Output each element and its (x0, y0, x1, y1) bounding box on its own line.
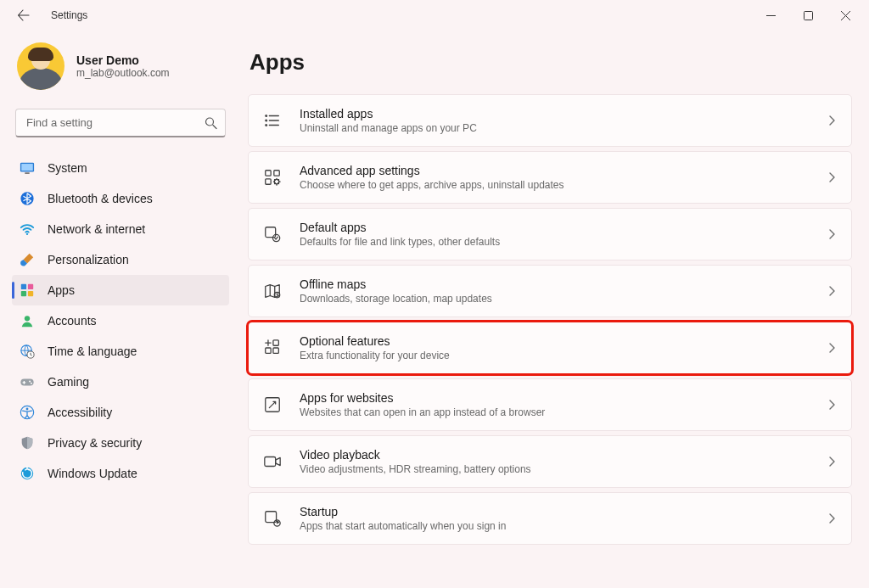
settings-card-list: Installed apps Uninstall and manage apps… (248, 94, 852, 545)
svg-rect-7 (21, 284, 26, 289)
svg-point-15 (29, 381, 31, 383)
settings-card-advanced-app-settings[interactable]: Advanced app settings Choose where to ge… (248, 151, 852, 204)
card-title: Optional features (300, 334, 809, 348)
chevron-right-icon (826, 399, 838, 411)
startup-icon (262, 508, 283, 529)
close-button[interactable] (827, 3, 864, 28)
card-text: Default apps Defaults for file and link … (300, 221, 809, 248)
sidebar-item-label: Accounts (48, 314, 97, 328)
bluetooth-icon (19, 190, 36, 207)
sidebar-item-windows-update[interactable]: Windows Update (12, 458, 229, 489)
sidebar-item-network-internet[interactable]: Network & internet (12, 214, 229, 244)
grid-gear-icon (262, 167, 283, 188)
search-input[interactable] (15, 109, 226, 137)
sidebar-item-label: Bluetooth & devices (48, 192, 153, 205)
card-subtitle: Websites that can open in an app instead… (300, 406, 809, 418)
card-text: Startup Apps that start automatically wh… (300, 505, 809, 532)
sidebar-item-label: Time & language (48, 344, 137, 358)
card-title: Video playback (300, 448, 809, 462)
map-icon (262, 281, 283, 301)
sidebar-item-accessibility[interactable]: Accessibility (12, 397, 229, 428)
card-text: Optional features Extra functionality fo… (300, 334, 809, 361)
chevron-right-icon (826, 171, 838, 183)
svg-point-11 (25, 316, 30, 321)
sidebar-item-gaming[interactable]: Gaming (12, 367, 229, 397)
sidebar-item-apps[interactable]: Apps (12, 275, 229, 305)
video-icon (262, 451, 283, 472)
settings-card-optional-features[interactable]: Optional features Extra functionality fo… (248, 322, 852, 374)
settings-card-offline-maps[interactable]: Offline maps Downloads, storage location… (248, 265, 852, 317)
close-icon (841, 11, 850, 20)
settings-card-apps-for-websites[interactable]: Apps for websites Websites that can open… (248, 378, 852, 431)
list-icon (262, 110, 283, 131)
sidebar-item-accounts[interactable]: Accounts (12, 305, 229, 336)
chevron-right-icon (826, 228, 838, 240)
svg-point-21 (266, 120, 267, 121)
card-subtitle: Choose where to get apps, archive apps, … (300, 179, 809, 191)
card-title: Installed apps (300, 107, 809, 120)
card-title: Startup (300, 505, 809, 518)
gamepad-icon (19, 373, 36, 390)
settings-window: Settings User Demo m_lab@outlook.com (0, 0, 869, 588)
svg-rect-30 (266, 348, 271, 353)
sidebar-item-label: Apps (48, 283, 75, 297)
accessibility-icon (19, 404, 36, 421)
settings-card-video-playback[interactable]: Video playback Video adjustments, HDR st… (248, 435, 852, 488)
svg-point-1 (206, 118, 214, 126)
card-text: Video playback Video adjustments, HDR st… (300, 448, 809, 475)
page-title: Apps (249, 49, 852, 76)
sidebar-item-label: Accessibility (48, 406, 112, 419)
window-title: Settings (51, 9, 87, 21)
brush-icon (19, 251, 36, 268)
svg-point-22 (266, 125, 267, 126)
profile-block[interactable]: User Demo m_lab@outlook.com (12, 37, 229, 104)
card-title: Offline maps (300, 277, 809, 291)
svg-rect-23 (266, 171, 271, 176)
avatar (17, 42, 64, 90)
sidebar-item-label: Personalization (48, 253, 129, 266)
svg-point-6 (26, 233, 28, 235)
sidebar-item-system[interactable]: System (12, 153, 229, 183)
apps-icon (19, 282, 36, 299)
svg-point-20 (266, 115, 267, 117)
search-container (15, 109, 226, 137)
card-subtitle: Downloads, storage location, map updates (300, 293, 809, 305)
sidebar-item-time-language[interactable]: Time & language (12, 336, 229, 367)
svg-rect-32 (273, 340, 278, 345)
minimize-button[interactable] (752, 3, 789, 28)
svg-rect-8 (28, 284, 33, 289)
card-title: Default apps (300, 221, 809, 234)
svg-point-16 (31, 383, 32, 384)
sidebar-item-personalization[interactable]: Personalization (12, 244, 229, 275)
svg-rect-25 (274, 171, 279, 176)
sidebar-item-bluetooth-devices[interactable]: Bluetooth & devices (12, 183, 229, 214)
settings-card-default-apps[interactable]: Default apps Defaults for file and link … (248, 208, 852, 260)
back-button[interactable] (12, 3, 36, 27)
maximize-button[interactable] (789, 3, 827, 28)
sidebar-item-label: Windows Update (48, 467, 137, 480)
card-subtitle: Uninstall and manage apps on your PC (300, 122, 809, 134)
main-content: Apps Installed apps Uninstall and manage… (239, 31, 869, 588)
card-title: Advanced app settings (300, 164, 809, 177)
svg-rect-0 (804, 11, 812, 20)
svg-rect-10 (28, 291, 33, 296)
card-text: Installed apps Uninstall and manage apps… (300, 107, 809, 134)
sidebar-nav: SystemBluetooth & devicesNetwork & inter… (12, 153, 229, 489)
sidebar-item-privacy-security[interactable]: Privacy & security (12, 428, 229, 458)
svg-rect-34 (265, 457, 276, 467)
sidebar-item-label: Network & internet (48, 222, 145, 236)
shield-icon (19, 434, 36, 451)
settings-card-installed-apps[interactable]: Installed apps Uninstall and manage apps… (248, 94, 852, 147)
settings-card-startup[interactable]: Startup Apps that start automatically wh… (248, 492, 852, 545)
search-icon (205, 117, 217, 130)
card-text: Apps for websites Websites that can open… (300, 391, 809, 418)
card-text: Offline maps Downloads, storage location… (300, 277, 809, 305)
link-app-icon (262, 395, 283, 415)
arrow-left-icon (17, 8, 31, 22)
maximize-icon (804, 11, 813, 20)
card-subtitle: Extra functionality for your device (300, 350, 809, 361)
chevron-right-icon (826, 456, 838, 468)
person-icon (19, 312, 36, 329)
card-subtitle: Defaults for file and link types, other … (300, 236, 809, 248)
svg-rect-24 (266, 179, 271, 184)
